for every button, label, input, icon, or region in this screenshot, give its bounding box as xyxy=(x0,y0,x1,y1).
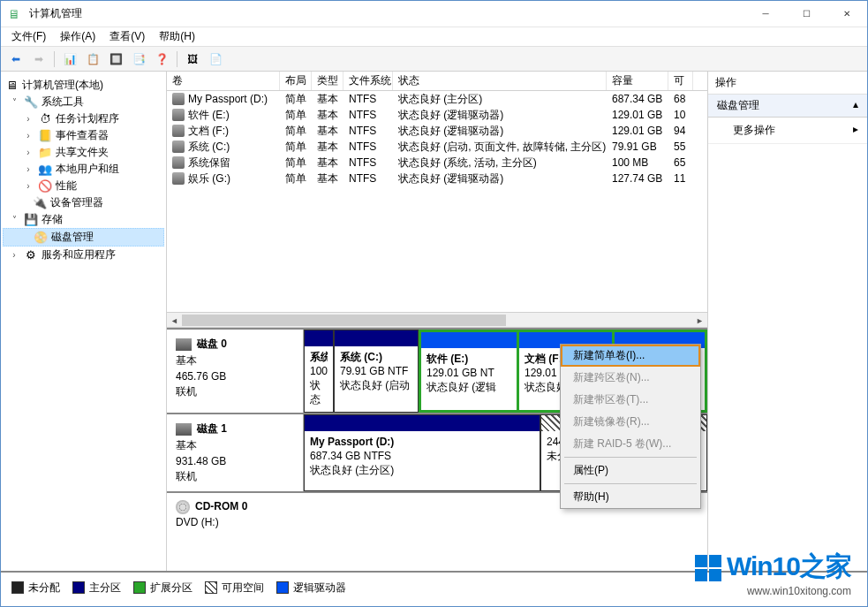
partition-c[interactable]: 系统 (C:)79.91 GB NTF状态良好 (启动 xyxy=(334,330,419,413)
watermark: Win10之家 www.win10xitong.com xyxy=(695,549,851,597)
ctx-properties[interactable]: 属性(P) xyxy=(561,459,700,482)
menu-file[interactable]: 文件(F) xyxy=(6,27,51,46)
toolbar-btn-3[interactable]: 🖼 xyxy=(183,49,202,69)
help-button[interactable]: ❓ xyxy=(152,49,171,69)
volume-row[interactable]: 娱乐 (G:)简单基本NTFS状态良好 (逻辑驱动器)127.74 GB11 xyxy=(167,171,707,186)
swatch-primary xyxy=(72,581,85,594)
volume-icon xyxy=(172,172,185,185)
ctx-help[interactable]: 帮助(H) xyxy=(561,486,700,508)
col-status[interactable]: 状态 xyxy=(393,72,607,90)
toolbar: ⬅ ➡ 📊 📋 🔲 📑 ❓ 🖼 📄 xyxy=(1,47,867,72)
tree-shared[interactable]: ›📁共享文件夹 xyxy=(3,144,164,161)
volume-icon xyxy=(172,109,185,121)
disk-icon xyxy=(176,338,192,351)
menu-view[interactable]: 查看(V) xyxy=(104,27,150,46)
disk-0-header[interactable]: 磁盘 0 基本 465.76 GB 联机 xyxy=(167,330,304,413)
volume-row[interactable]: 系统保留简单基本NTFS状态良好 (系统, 活动, 主分区)100 MB65 xyxy=(167,155,707,171)
tree-systools[interactable]: ˅🔧系统工具 xyxy=(3,94,164,110)
swatch-free xyxy=(205,581,217,594)
volume-row[interactable]: My Passport (D:)简单基本NTFS状态良好 (主分区)687.34… xyxy=(167,91,707,107)
ctx-new-spanned-volume: 新建跨区卷(N)... xyxy=(561,367,700,389)
actions-pane: 操作 磁盘管理▴ 更多操作▸ xyxy=(708,72,867,571)
volume-list-header: 卷 布局 类型 文件系统 状态 容量 可 xyxy=(167,72,707,91)
tree-devmgr[interactable]: 🔌设备管理器 xyxy=(3,194,164,211)
volume-icon xyxy=(172,140,185,153)
main-area: 🖥计算机管理(本地) ˅🔧系统工具 ›⏱任务计划程序 ›📒事件查看器 ›📁共享文… xyxy=(1,72,867,571)
col-volume[interactable]: 卷 xyxy=(167,72,280,90)
maximize-button[interactable]: ☐ xyxy=(786,1,826,27)
volume-list-body[interactable]: My Passport (D:)简单基本NTFS状态良好 (主分区)687.34… xyxy=(167,91,707,312)
col-capacity[interactable]: 容量 xyxy=(607,72,668,90)
title-bar: 🖥 计算机管理 ─ ☐ ✕ xyxy=(1,1,867,27)
volume-row[interactable]: 软件 (E:)简单基本NTFS状态良好 (逻辑驱动器)129.01 GB10 xyxy=(167,107,707,123)
volume-icon xyxy=(172,125,185,137)
scroll-thumb[interactable] xyxy=(182,315,506,326)
app-icon: 🖥 xyxy=(8,7,22,21)
toolbar-btn-2[interactable]: 📑 xyxy=(129,49,148,69)
actions-more[interactable]: 更多操作▸ xyxy=(708,118,867,144)
ctx-new-simple-volume[interactable]: 新建简单卷(I)... xyxy=(561,345,700,367)
window-buttons: ─ ☐ ✕ xyxy=(745,1,867,27)
toolbar-btn-1[interactable]: 📋 xyxy=(83,49,102,69)
tree-root[interactable]: 🖥计算机管理(本地) xyxy=(3,77,164,94)
tree-eventviewer[interactable]: ›📒事件查看器 xyxy=(3,127,164,144)
col-layout[interactable]: 布局 xyxy=(280,72,312,90)
volume-row[interactable]: 系统 (C:)简单基本NTFS状态良好 (启动, 页面文件, 故障转储, 主分区… xyxy=(167,139,707,155)
forward-button[interactable]: ➡ xyxy=(29,49,49,69)
volume-row[interactable]: 文档 (F:)简单基本NTFS状态良好 (逻辑驱动器)129.01 GB94 xyxy=(167,123,707,139)
volume-icon xyxy=(172,93,185,105)
ctx-new-mirrored-volume: 新建镜像卷(R)... xyxy=(561,411,700,433)
partition-e[interactable]: 软件 (E:)129.01 GB NT状态良好 (逻辑 xyxy=(419,330,519,413)
windows-logo-icon xyxy=(695,555,721,581)
ctx-new-striped-volume: 新建带区卷(T)... xyxy=(561,389,700,411)
h-scrollbar[interactable]: ◄ ► xyxy=(167,312,707,327)
refresh-button[interactable]: 🔲 xyxy=(106,49,125,69)
col-free[interactable]: 可 xyxy=(668,72,693,90)
disk-1-header[interactable]: 磁盘 1 基本 931.48 GB 联机 xyxy=(167,414,304,491)
context-menu: 新建简单卷(I)... 新建跨区卷(N)... 新建带区卷(T)... 新建镜像… xyxy=(560,344,701,509)
tree-diskmgmt[interactable]: 📀磁盘管理 xyxy=(3,228,164,247)
col-type[interactable]: 类型 xyxy=(312,72,343,90)
toolbar-btn-4[interactable]: 📄 xyxy=(206,49,225,69)
partition-system-reserved[interactable]: 系统100状态 xyxy=(304,330,334,413)
tree-perf[interactable]: ›🚫性能 xyxy=(3,178,164,194)
actions-section[interactable]: 磁盘管理▴ xyxy=(708,95,867,118)
menu-action[interactable]: 操作(A) xyxy=(55,27,101,46)
menu-bar: 文件(F) 操作(A) 查看(V) 帮助(H) xyxy=(1,27,867,47)
collapse-icon: ▴ xyxy=(853,98,858,113)
tree-users[interactable]: ›👥本地用户和组 xyxy=(3,161,164,178)
volume-icon xyxy=(172,156,185,169)
disc-icon xyxy=(176,500,190,514)
tree-scheduler[interactable]: ›⏱任务计划程序 xyxy=(3,110,164,127)
scroll-left-icon[interactable]: ◄ xyxy=(167,313,182,328)
disk-icon xyxy=(176,423,192,436)
views-button[interactable]: 📊 xyxy=(60,49,79,69)
swatch-unalloc xyxy=(11,581,24,594)
actions-header: 操作 xyxy=(708,72,867,95)
col-filesystem[interactable]: 文件系统 xyxy=(343,72,393,90)
partition-d[interactable]: My Passport (D:)687.34 GB NTFS状态良好 (主分区) xyxy=(304,414,540,491)
nav-tree[interactable]: 🖥计算机管理(本地) ˅🔧系统工具 ›⏱任务计划程序 ›📒事件查看器 ›📁共享文… xyxy=(1,72,167,571)
close-button[interactable]: ✕ xyxy=(826,1,867,27)
minimize-button[interactable]: ─ xyxy=(745,1,786,27)
ctx-new-raid5-volume: 新建 RAID-5 卷(W)... xyxy=(561,433,700,455)
chevron-right-icon: ▸ xyxy=(853,123,858,138)
menu-help[interactable]: 帮助(H) xyxy=(154,27,200,46)
tree-storage[interactable]: ˅💾存储 xyxy=(3,211,164,228)
window-title: 计算机管理 xyxy=(29,6,745,21)
scroll-right-icon[interactable]: ► xyxy=(692,313,707,328)
volume-list: 卷 布局 类型 文件系统 状态 容量 可 My Passport (D:)简单基… xyxy=(167,72,707,328)
back-button[interactable]: ⬅ xyxy=(6,49,26,69)
tree-services[interactable]: ›⚙服务和应用程序 xyxy=(3,247,164,263)
swatch-extended xyxy=(133,581,146,594)
swatch-logical xyxy=(276,581,289,594)
